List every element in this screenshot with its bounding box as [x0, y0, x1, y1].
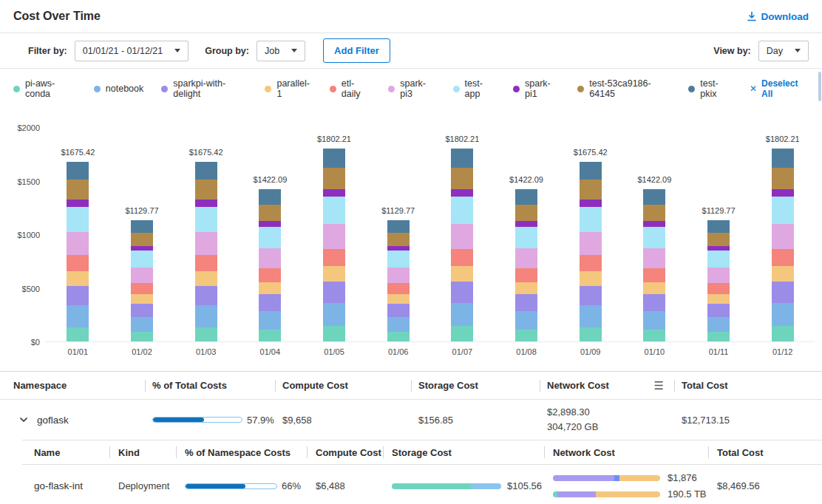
stacked-bar[interactable]: [323, 149, 345, 341]
bar-segment-etl-daily[interactable]: [259, 268, 281, 282]
stacked-bar[interactable]: [195, 162, 217, 341]
subcol-header-compute[interactable]: Compute Cost: [307, 440, 383, 464]
col-header-total[interactable]: Total Cost: [674, 372, 822, 399]
subcol-header-storage[interactable]: Storage Cost: [383, 440, 544, 464]
bar-segment-test-53ca9186-64145[interactable]: [259, 205, 281, 222]
bar-segment-parallel-1[interactable]: [195, 271, 217, 285]
bar-segment-test-app[interactable]: [195, 207, 217, 232]
bar-segment-sparkpi-with-delight[interactable]: [580, 286, 602, 306]
bar-segment-test-53ca9186-64145[interactable]: [580, 180, 602, 200]
bar-segment-test-pkix[interactable]: [772, 149, 794, 168]
bar-segment-pi-aws-conda[interactable]: [387, 332, 410, 341]
col-header-network[interactable]: Network Cost ☰: [540, 372, 674, 399]
bar-segment-spark-pi3[interactable]: [580, 232, 602, 256]
col-header-namespace[interactable]: Namespace: [0, 372, 145, 399]
subcol-header-pct-namespace[interactable]: % of Namespace Costs: [176, 440, 307, 464]
bar-segment-etl-daily[interactable]: [772, 249, 794, 267]
bar-segment-notebook[interactable]: [451, 303, 473, 326]
stacked-bar[interactable]: [515, 189, 537, 341]
stacked-bar[interactable]: [387, 220, 410, 341]
bar-segment-sparkpi-with-delight[interactable]: [67, 286, 89, 306]
bar-segment-notebook[interactable]: [259, 311, 281, 330]
bar-segment-test-pkix[interactable]: [323, 149, 345, 168]
bar-segment-spark-pi1[interactable]: [259, 221, 281, 227]
bar-segment-parallel-1[interactable]: [515, 282, 537, 294]
bar-segment-test-53ca9186-64145[interactable]: [707, 233, 730, 246]
bar-segment-pi-aws-conda[interactable]: [643, 330, 665, 341]
bar-segment-pi-aws-conda[interactable]: [451, 326, 473, 341]
bar-segment-notebook[interactable]: [707, 317, 730, 332]
bar-segment-etl-daily[interactable]: [131, 283, 153, 294]
bar-segment-test-53ca9186-64145[interactable]: [515, 205, 537, 222]
stacked-bar[interactable]: [643, 189, 665, 341]
legend-item-spark-pi3[interactable]: spark-pi3: [388, 78, 435, 99]
bar-segment-spark-pi1[interactable]: [451, 189, 473, 197]
bar-segment-sparkpi-with-delight[interactable]: [259, 294, 281, 311]
group-by-dropdown[interactable]: Job: [257, 41, 305, 61]
bar-segment-pi-aws-conda[interactable]: [515, 330, 537, 341]
bar-segment-test-pkix[interactable]: [387, 220, 410, 232]
bar-segment-test-app[interactable]: [515, 227, 537, 248]
bar-segment-spark-pi3[interactable]: [131, 268, 153, 283]
stacked-bar[interactable]: [580, 162, 602, 341]
bar-segment-etl-daily[interactable]: [67, 255, 89, 271]
bar-segment-notebook[interactable]: [67, 305, 89, 327]
bar-segment-test-pkix[interactable]: [580, 162, 602, 180]
bar-segment-spark-pi1[interactable]: [772, 189, 794, 197]
bar-segment-test-app[interactable]: [643, 227, 665, 248]
bar-segment-test-53ca9186-64145[interactable]: [643, 205, 665, 222]
bar-segment-spark-pi1[interactable]: [643, 221, 665, 227]
download-button[interactable]: Download: [747, 11, 809, 22]
bar-segment-pi-aws-conda[interactable]: [707, 332, 730, 341]
bar-segment-test-pkix[interactable]: [259, 189, 281, 205]
bar-segment-test-pkix[interactable]: [131, 220, 153, 232]
subcol-header-kind[interactable]: Kind: [109, 440, 176, 464]
stacked-bar[interactable]: [451, 149, 473, 341]
legend-item-etl-daily[interactable]: etl-daily: [330, 78, 370, 99]
bar-segment-parallel-1[interactable]: [580, 271, 602, 285]
bar-segment-test-pkix[interactable]: [195, 162, 217, 180]
bar-segment-notebook[interactable]: [195, 305, 217, 327]
bar-segment-sparkpi-with-delight[interactable]: [515, 294, 537, 311]
col-header-compute[interactable]: Compute Cost: [275, 372, 411, 399]
bar-segment-parallel-1[interactable]: [323, 266, 345, 282]
bar-segment-sparkpi-with-delight[interactable]: [772, 282, 794, 303]
bar-segment-spark-pi3[interactable]: [67, 232, 89, 256]
legend-item-notebook[interactable]: notebook: [94, 84, 143, 94]
bar-segment-spark-pi3[interactable]: [707, 268, 730, 283]
bar-segment-spark-pi3[interactable]: [323, 224, 345, 249]
bar-segment-notebook[interactable]: [772, 303, 794, 326]
bar-segment-pi-aws-conda[interactable]: [580, 327, 602, 341]
scrollbar-thumb[interactable]: [818, 72, 821, 101]
bar-segment-etl-daily[interactable]: [387, 283, 410, 294]
bar-segment-spark-pi3[interactable]: [772, 224, 794, 249]
bar-segment-test-app[interactable]: [323, 197, 345, 224]
bar-segment-test-app[interactable]: [387, 251, 410, 268]
bar-segment-spark-pi3[interactable]: [387, 268, 410, 283]
bar-segment-parallel-1[interactable]: [259, 282, 281, 294]
bar-segment-pi-aws-conda[interactable]: [772, 326, 794, 341]
bar-segment-test-53ca9186-64145[interactable]: [387, 233, 410, 246]
bar-segment-sparkpi-with-delight[interactable]: [195, 286, 217, 306]
bar-segment-notebook[interactable]: [643, 311, 665, 330]
bar-segment-pi-aws-conda[interactable]: [259, 330, 281, 341]
bar-segment-etl-daily[interactable]: [323, 249, 345, 267]
stacked-bar[interactable]: [707, 220, 730, 341]
bar-segment-notebook[interactable]: [131, 317, 153, 332]
bar-segment-pi-aws-conda[interactable]: [131, 332, 153, 341]
bar-segment-test-app[interactable]: [451, 197, 473, 224]
bar-segment-test-53ca9186-64145[interactable]: [67, 180, 89, 200]
stacked-bar[interactable]: [772, 149, 794, 341]
bar-segment-sparkpi-with-delight[interactable]: [131, 304, 153, 317]
chevron-down-icon[interactable]: [19, 415, 28, 424]
bar-segment-test-pkix[interactable]: [515, 189, 537, 205]
bar-segment-pi-aws-conda[interactable]: [323, 326, 345, 341]
view-by-dropdown[interactable]: Day: [758, 41, 809, 61]
legend-item-test-app[interactable]: test-app: [453, 78, 495, 99]
stacked-bar[interactable]: [67, 162, 89, 341]
bar-segment-test-app[interactable]: [67, 207, 89, 232]
col-header-pct-total[interactable]: % of Total Costs: [145, 372, 275, 399]
legend-item-test-pkix[interactable]: test-pkix: [688, 78, 732, 99]
legend-item-test-53ca9186-64145[interactable]: test-53ca9186-64145: [577, 78, 670, 99]
bar-segment-test-53ca9186-64145[interactable]: [131, 233, 153, 246]
